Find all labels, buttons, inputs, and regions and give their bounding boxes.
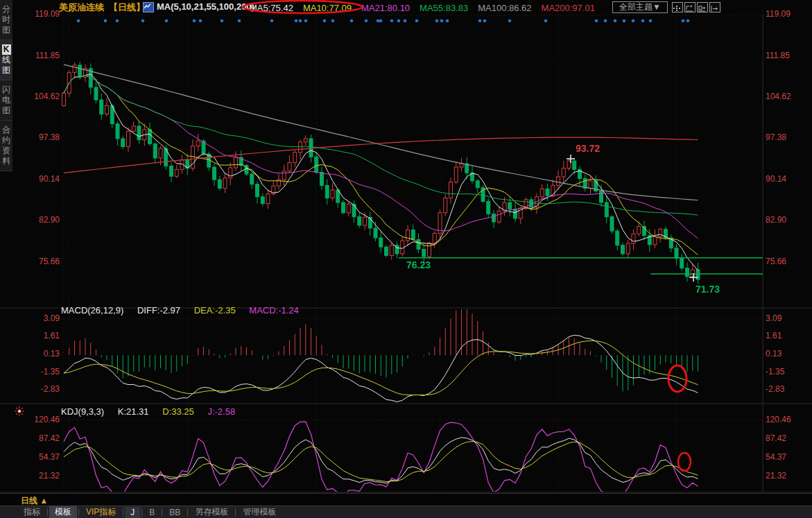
price-axis-label-left: 104.62 [18, 92, 60, 101]
macd-axis-label-right: 1.61 [766, 331, 781, 340]
price-axis-label-right: 82.90 [766, 215, 786, 225]
macd-header: MACD(26,12,9) DIFF:-2.97 DEA:-2.35 MACD:… [61, 305, 310, 316]
macd-macd-value: MACD:-1.24 [249, 305, 299, 316]
pan-right-icon[interactable] [709, 2, 720, 12]
sidebar-item-char: 闪 [0, 85, 12, 95]
period-tag[interactable]: 【日线】 [109, 1, 145, 14]
sidebar-item-char: 图 [0, 25, 12, 35]
chart-header: 美原油连续 【日线】 MA(5,10,21,55,100,200) MA5:75… [0, 0, 812, 14]
macd-axis-label-left: 3.09 [18, 313, 60, 323]
macd-axis-label-left: 1.61 [18, 331, 60, 340]
toolbar-tab-B[interactable]: B [144, 507, 160, 518]
time-axis: 日线 ▲ [0, 493, 812, 506]
kdj-d-value: D:33.25 [162, 406, 194, 417]
toolbar-tab-指标[interactable]: 指标 [18, 506, 46, 518]
toolbar-tab-模板[interactable]: 模板 [49, 506, 77, 518]
candlesticks [62, 62, 700, 284]
pane-layout-icon[interactable] [672, 2, 683, 12]
event-dots [77, 19, 690, 23]
sidebar-item-char: K [0, 44, 12, 55]
kdj-axis-label-right: 87.42 [766, 433, 786, 443]
macd-axis-label-left: -1.35 [18, 367, 60, 377]
toolbar-divider [78, 508, 79, 517]
left-sidebar: 分时图K线图闪电图合约资料 [0, 0, 12, 171]
support-lines [399, 258, 763, 274]
kdj-axis-label-right: 54.37 [766, 452, 786, 462]
toolbar-tab-BB[interactable]: BB [164, 507, 186, 518]
bottom-toolbar: 指标模板VIP指标JBBB另存模板管理模板 [0, 506, 812, 518]
price-axis-label-right: 75.66 [766, 257, 786, 266]
ma-settings-label: MA(5,10,21,55,100,200) [157, 1, 254, 12]
toolbar-tab-另存模板[interactable]: 另存模板 [189, 506, 234, 518]
kdj-header: KDJ(9,3,3) K:21.31 D:33.25 J:-2.58 [61, 406, 246, 417]
sidebar-item-分时图[interactable]: 分时图 [0, 0, 12, 40]
symbol-title[interactable]: 美原油连续 [59, 1, 104, 14]
toolbar-divider [47, 508, 48, 517]
kdj-k-value: K:21.31 [118, 406, 149, 417]
app-window: 美原油连续 【日线】 MA(5,10,21,55,100,200) MA5:75… [0, 0, 812, 518]
kdj-panel [64, 422, 698, 496]
indicator-chart-icon[interactable] [143, 2, 154, 12]
price-axis-label-left: 90.14 [18, 174, 60, 184]
sidebar-item-char: 图 [0, 105, 12, 116]
macd-name[interactable]: MACD(26,12,9) [61, 305, 123, 316]
theme-select-button[interactable]: 全部主题▼ [612, 1, 668, 13]
toolbar-divider [187, 508, 188, 517]
macd-panel [64, 306, 698, 402]
kdj-axis-label-left: 87.42 [18, 433, 60, 443]
ma-value: MA21:80.10 [361, 3, 410, 13]
macd-axis-label-left: 0.13 [18, 349, 60, 359]
sidebar-item-char: 料 [0, 156, 12, 166]
macd-dea-value: DEA:-2.35 [194, 305, 236, 316]
sidebar-item-闪电图[interactable]: 闪电图 [0, 80, 12, 121]
sidebar-item-char: 分 [0, 4, 12, 15]
price-axis-label-right: 90.14 [766, 174, 786, 184]
compress-x-icon[interactable] [684, 2, 696, 12]
ma-value: MA200:97.01 [542, 3, 595, 13]
kdj-j-value: J:-2.58 [207, 406, 235, 417]
ma-values: MA5:75.42MA10:77.09MA21:80.10MA55:83.83M… [250, 1, 605, 14]
sidebar-item-char: 时 [0, 15, 12, 25]
toolbar-divider [162, 508, 162, 517]
kdj-axis-label-right: 21.32 [766, 471, 786, 481]
toolbar-divider [235, 508, 236, 517]
toolbar-tab-VIP指标[interactable]: VIP指标 [80, 506, 121, 518]
peak-marker-icon [567, 155, 575, 163]
support-price-annotation: 76.23 [406, 259, 431, 270]
price-axis-label-left: 75.66 [18, 257, 60, 266]
macd-cross-circle-annotation [668, 365, 686, 392]
ma-value: MA55:83.83 [420, 3, 468, 13]
low-price-annotation: 71.73 [696, 284, 720, 295]
price-axis-label-left: 82.90 [18, 215, 60, 225]
kdj-axis-label-left: 54.37 [18, 452, 60, 462]
macd-axis-label-right: 3.09 [766, 313, 781, 323]
toolbar-divider [141, 508, 142, 517]
kdj-axis-label-left: 21.32 [18, 471, 60, 481]
low-marker-icon [689, 273, 698, 282]
kdj-name[interactable]: KDJ(9,3,3) [61, 406, 104, 417]
sidebar-item-char: 线 [0, 55, 12, 65]
sidebar-item-char: 图 [0, 65, 12, 76]
price-axis-label-right: 104.62 [766, 92, 791, 101]
toolbar-tab-管理模板[interactable]: 管理模板 [237, 506, 282, 518]
toolbar-tab-J[interactable]: J [125, 507, 140, 518]
price-axis-label-right: 111.85 [766, 51, 790, 60]
gridlines [0, 14, 812, 492]
ma-value: MA5:75.42 [250, 3, 293, 13]
price-axis-label-left: 111.85 [18, 51, 60, 60]
macd-diff-value: DIFF:-2.97 [137, 305, 180, 316]
sidebar-item-char: 合 [0, 125, 12, 135]
expand-x-icon[interactable] [697, 2, 708, 12]
sidebar-item-char: 电 [0, 95, 12, 105]
price-axis-label-left: 97.38 [18, 132, 60, 142]
sidebar-item-合约资料[interactable]: 合约资料 [0, 121, 12, 171]
macd-axis-label-right: -1.35 [766, 367, 784, 377]
sidebar-item-K线图[interactable]: K线图 [0, 40, 12, 80]
price-axis-label-right: 97.38 [766, 132, 786, 142]
macd-axis-label-right: -2.83 [766, 384, 784, 394]
sidebar-item-char: 资 [0, 146, 12, 156]
kdj-axis-label-left: 120.46 [18, 415, 60, 424]
sidebar-item-char: 约 [0, 135, 12, 146]
ma-value: MA10:77.09 [303, 3, 352, 13]
ma-value: MA100:86.62 [478, 3, 531, 13]
